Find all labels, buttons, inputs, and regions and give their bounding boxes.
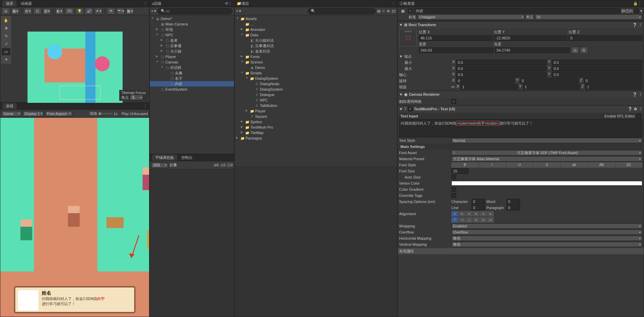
anchor-preset[interactable]: center	[399, 29, 417, 46]
2d-btn[interactable]: 2D	[65, 8, 74, 15]
hierarchy-search[interactable]: 🔍 All	[158, 8, 233, 14]
overflow-dropdown[interactable]: Overflow	[451, 229, 642, 235]
pivot-center-btn[interactable]: ◎	[2, 8, 10, 15]
tree-item[interactable]: ▶▢大小姐	[150, 49, 234, 54]
display-dropdown[interactable]: Display 1	[23, 111, 44, 116]
wrapping-dropdown[interactable]: Enabled	[451, 223, 642, 229]
snap-btn[interactable]: ⊡	[33, 8, 41, 15]
tree-item[interactable]: ▼📁Data	[235, 32, 397, 38]
tmp-enabled-checkbox[interactable]: ✓	[408, 107, 413, 111]
scale-x[interactable]	[461, 84, 518, 90]
game-viewport[interactable]: 姓名 问我你就问对人了，你去CSDN找向宇 进行学习就可以了！	[0, 118, 149, 317]
vmapping-dropdown[interactable]: 角色	[451, 242, 642, 247]
info-count[interactable]: ⓘ0	[227, 163, 233, 168]
clear-dropdown[interactable]: 清除	[151, 163, 168, 168]
valign-bottom[interactable]: ⊥	[466, 217, 472, 223]
panel-menu-icon[interactable]: ⋮	[228, 1, 232, 6]
height-input[interactable]	[495, 48, 570, 53]
tree-item[interactable]: ▶📁Sprites	[235, 119, 397, 125]
tree-item[interactable]: ◧老者对话	[235, 49, 397, 54]
focus-dropdown[interactable]: 无	[130, 95, 143, 100]
pos-y-input[interactable]	[494, 35, 568, 41]
strike-btn[interactable]: S	[533, 162, 560, 168]
canvas-renderer-header[interactable]: ▼◉ Canvas Renderer ❔⋮	[398, 91, 644, 98]
rtl-checkbox[interactable]	[636, 114, 641, 118]
tree-item[interactable]: ▶▢百事通	[150, 43, 234, 49]
align-geo[interactable]: ≡	[487, 211, 494, 217]
tree-item[interactable]: ▼◉Demo*	[150, 16, 234, 21]
underline-btn[interactable]: U	[506, 162, 533, 168]
text-style-dropdown[interactable]: Normal	[451, 138, 642, 143]
scene-viewport[interactable]: ✋ ✥ ↻ ⤢ ▭ ✦ Tilemap Focus 焦点 无	[0, 15, 149, 102]
align-center[interactable]: ≡	[459, 211, 465, 217]
tree-item[interactable]: #TalkButton	[235, 103, 397, 108]
error-count[interactable]: ⊘0	[214, 163, 219, 167]
anchor-max-y[interactable]	[552, 66, 642, 71]
valign-midline[interactable]: A	[480, 217, 487, 223]
anchor-min-y[interactable]	[552, 60, 642, 65]
valign-top[interactable]: ⊤	[451, 217, 458, 223]
grid-btn[interactable]: ⊞ ▾	[24, 8, 32, 15]
rot-x[interactable]	[456, 78, 515, 83]
material-preset-dropdown[interactable]: 方正像素字体 Atlas Material	[451, 156, 642, 162]
create-menu[interactable]: + ▾	[236, 9, 241, 13]
shading-btn[interactable]: ◐ ▾	[55, 8, 64, 15]
tree-item[interactable]: #NPC	[235, 97, 397, 103]
hmapping-dropdown[interactable]: 角色	[451, 236, 642, 241]
rot-y[interactable]	[520, 78, 578, 83]
anchor-max-x[interactable]	[456, 66, 547, 71]
tag-dropdown[interactable]: Untagged	[417, 14, 525, 20]
move-tool[interactable]: ✥	[2, 24, 11, 32]
scale-slider[interactable]	[99, 113, 112, 114]
char-spacing[interactable]	[471, 199, 485, 204]
tree-item[interactable]: ▼📁Assets	[235, 16, 397, 21]
override-tags-checkbox[interactable]	[451, 193, 456, 198]
tree-item[interactable]: ◉Demo	[235, 65, 397, 70]
create-menu[interactable]: + ▾	[151, 9, 156, 13]
pos-z-input[interactable]	[569, 35, 642, 41]
panel-menu-icon[interactable]: ⋮	[143, 1, 147, 6]
anchor-min-x[interactable]	[456, 60, 547, 65]
animator-tab[interactable]: 动画器	[17, 0, 35, 7]
layer-dropdown[interactable]: UI	[535, 14, 642, 20]
tree-item[interactable]: #Dialogue	[235, 92, 397, 97]
tree-item[interactable]: ▼▢Canvas	[150, 59, 234, 65]
go-active-checkbox[interactable]: ✓	[408, 8, 413, 13]
console-tab[interactable]: 控制台	[178, 154, 196, 161]
constrain-icon[interactable]: ⚯	[451, 85, 454, 89]
gizmos-btn[interactable]: ▦ ▾	[126, 8, 134, 15]
scale-tool[interactable]: ⤢	[2, 40, 11, 48]
tree-item[interactable]: ▶📁Animator	[235, 27, 397, 32]
filter-icon[interactable]: ▤	[377, 9, 380, 13]
tree-item[interactable]: ▢头像	[150, 70, 234, 76]
autosize-checkbox[interactable]	[451, 175, 456, 180]
tree-item[interactable]: ▼▢NPC	[150, 32, 234, 38]
tree-item[interactable]: 📁...	[235, 21, 397, 27]
rot-z[interactable]	[584, 78, 642, 83]
raw-btn[interactable]: R	[580, 47, 588, 54]
hierarchy-tree[interactable]: ▼◉Demo*▦Main Camera▶▢环境▼▢NPC▶▢老者▶▢百事通▶▢大…	[150, 15, 234, 154]
tree-item[interactable]: ▶📁TextMesh Pro	[235, 125, 397, 130]
smallcaps-btn[interactable]: SC	[615, 162, 642, 168]
align-right[interactable]: ≡	[466, 211, 472, 217]
tree-item[interactable]: ▢EventSystem	[150, 87, 234, 92]
tree-item[interactable]: #Square	[235, 114, 397, 119]
aspect-dropdown[interactable]: Free Aspect	[45, 111, 72, 116]
tree-item[interactable]: ▼📁DialogSystem	[235, 76, 397, 81]
rotate-tool[interactable]: ↻	[2, 32, 11, 40]
tree-item[interactable]: ▶📁TileMap	[235, 130, 397, 135]
audio-btn[interactable]: 🔊	[85, 8, 93, 15]
font-size-input[interactable]	[451, 168, 468, 174]
pos-x-input[interactable]	[419, 35, 493, 41]
valign-middle[interactable]: ⊣	[459, 217, 465, 223]
tree-item[interactable]: ▼📁Scenes	[235, 59, 397, 65]
warn-count[interactable]: ⚠0	[220, 163, 226, 167]
valign-baseline[interactable]: A	[473, 217, 480, 223]
tree-item[interactable]: ▶📁Packages	[235, 135, 397, 141]
line-spacing[interactable]	[471, 205, 485, 210]
cull-checkbox[interactable]: ✓	[451, 99, 456, 104]
width-input[interactable]	[419, 48, 494, 53]
align-justify[interactable]: ≡	[473, 211, 480, 217]
hand-tool[interactable]: ✋	[2, 17, 11, 24]
align-flush[interactable]: ≡	[480, 211, 487, 217]
